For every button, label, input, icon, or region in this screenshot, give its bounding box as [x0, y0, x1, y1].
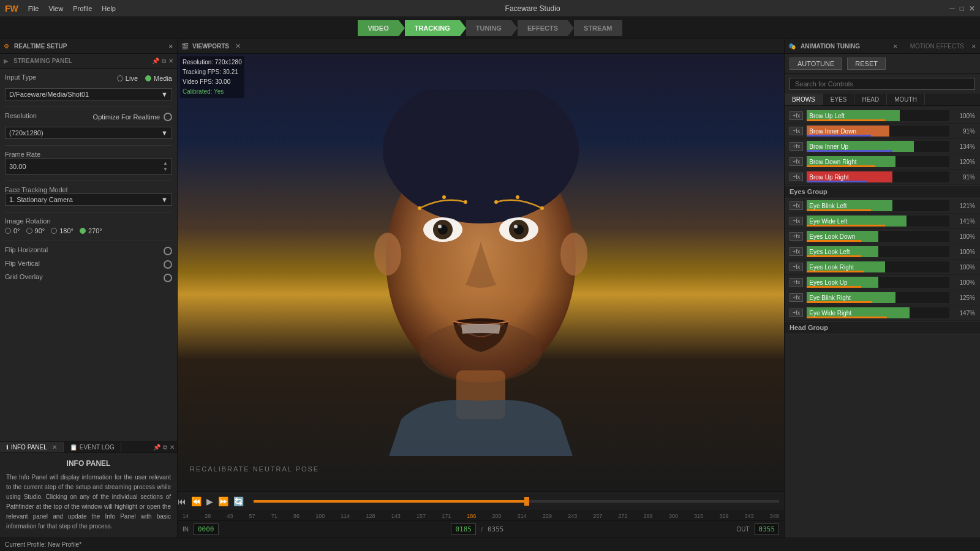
svg-point-17 — [540, 206, 544, 210]
app-logo: FW — [5, 4, 18, 13]
search-input[interactable] — [790, 78, 975, 90]
menu-help[interactable]: Help — [102, 5, 116, 12]
tab-eyes[interactable]: EYES — [823, 94, 855, 105]
tl-loop-btn[interactable]: 🔄 — [233, 497, 244, 506]
eyes-look-down-pct: 100% — [953, 233, 975, 240]
divider-2 — [5, 145, 172, 146]
float-info-btn[interactable]: ⧉ — [163, 444, 167, 451]
menu-profile[interactable]: Profile — [73, 5, 92, 12]
info-panel-icon: ℹ — [6, 444, 9, 451]
close-info-btn[interactable]: ✕ — [170, 444, 175, 451]
fx-eye-blink-left[interactable]: +fx — [790, 201, 803, 210]
motion-effects-tab[interactable]: MOTION EFFECTS — [910, 43, 964, 50]
radio-live[interactable]: Live — [117, 75, 138, 82]
tab-head[interactable]: HEAD — [854, 94, 887, 105]
radio-live-label: Live — [126, 75, 138, 82]
frame-rate-down[interactable]: ▼ — [163, 167, 168, 172]
tab-event-log[interactable]: 📋 EVENT LOG — [64, 442, 121, 452]
menu-view[interactable]: View — [49, 5, 64, 12]
tl-play-btn[interactable]: ▶ — [206, 497, 213, 506]
input-type-label: Input Type — [5, 73, 36, 81]
minimize-button[interactable]: ─ — [949, 4, 955, 13]
fx-brow-inner-up[interactable]: +fx — [790, 142, 803, 151]
fx-eye-wide-right[interactable]: +fx — [790, 309, 803, 317]
info-panel-close[interactable]: ✕ — [52, 444, 57, 451]
fx-eyes-look-down[interactable]: +fx — [790, 232, 803, 241]
media-path-dropdown[interactable]: D/Faceware/Media/Shot01 ▼ — [5, 88, 172, 100]
info-panel-tab-label: INFO PANEL — [11, 444, 47, 451]
rotation-0[interactable]: 0° — [5, 227, 20, 234]
radio-live-dot — [117, 75, 123, 81]
rotation-180[interactable]: 180° — [51, 227, 74, 234]
frame-315: 315 — [694, 513, 703, 519]
fx-brow-up-right[interactable]: +fx — [790, 173, 803, 181]
fx-eye-wide-left[interactable]: +fx — [790, 217, 803, 225]
fx-eyes-look-up[interactable]: +fx — [790, 278, 803, 287]
viewport-close-btn[interactable]: ✕ — [235, 42, 241, 50]
timeline-track[interactable] — [254, 500, 779, 503]
optimize-btn[interactable]: Optimize For Realtime — [93, 113, 172, 121]
tl-prev-frame-btn[interactable]: ⏪ — [191, 497, 202, 506]
fx-eye-blink-right[interactable]: +fx — [790, 293, 803, 302]
tl-skip-back-btn[interactable]: ⏮ — [178, 497, 186, 506]
fx-brow-down-right[interactable]: +fx — [790, 157, 803, 166]
flip-horizontal-row: Flip Horizontal — [5, 246, 172, 256]
eye-wide-left-name: Eye Wide Left — [809, 218, 847, 225]
fx-eyes-look-right[interactable]: +fx — [790, 263, 803, 271]
grid-overlay-toggle[interactable] — [164, 274, 172, 282]
eyes-look-up-container: Eyes Look Up — [807, 277, 949, 288]
fx-brow-up-left[interactable]: +fx — [790, 111, 803, 120]
divider-3 — [5, 181, 172, 181]
list-item: +fx Brow Inner Down 91% — [785, 124, 980, 139]
flip-vertical-toggle[interactable] — [164, 260, 172, 269]
streaming-panel-icon: ▶ — [4, 58, 9, 64]
media-path-row: D/Faceware/Media/Shot01 ▼ — [5, 88, 172, 100]
eyes-look-right-container: Eyes Look Right — [807, 261, 949, 272]
radio-media[interactable]: Media — [145, 75, 172, 82]
timeline-thumb[interactable] — [524, 497, 529, 506]
workflow-step-stream[interactable]: STREAM — [574, 20, 622, 36]
brow-inner-up-underbar — [807, 150, 892, 152]
tab-info-panel[interactable]: ℹ INFO PANEL ✕ — [0, 442, 64, 452]
eyes-look-right-pct: 100% — [953, 264, 975, 271]
pin-info-btn[interactable]: 📌 — [153, 444, 160, 451]
eye-blink-left-container: Eye Blink Left — [807, 200, 949, 211]
maximize-button[interactable]: □ — [960, 4, 964, 13]
float-streaming-btn[interactable]: ⧉ — [162, 58, 166, 65]
reset-button[interactable]: RESET — [847, 58, 886, 70]
rotation-90[interactable]: 90° — [26, 227, 45, 234]
list-item: +fx Brow Down Right 120% — [785, 154, 980, 170]
menu-file[interactable]: File — [28, 5, 39, 12]
autotune-button[interactable]: AUTOTUNE — [790, 58, 842, 70]
total-frame-value: 0355 — [488, 525, 504, 533]
timeline-num-track: 14 28 43 57 71 86 100 114 128 143 157 17… — [180, 513, 782, 519]
workflow-step-video[interactable]: VIDEO — [358, 20, 398, 36]
tab-mouth[interactable]: MOUTH — [887, 94, 925, 105]
frame-rate-up[interactable]: ▲ — [163, 160, 168, 166]
close-button[interactable]: ✕ — [969, 4, 975, 13]
workflow-step-effects[interactable]: EFFECTS — [518, 20, 568, 36]
close-streaming-btn[interactable]: ✕ — [168, 58, 173, 65]
close-realtime-btn[interactable]: ✕ — [168, 43, 173, 50]
tl-next-frame-btn[interactable]: ⏩ — [218, 497, 228, 506]
input-type-row: Input Type Live Media — [5, 73, 172, 83]
resolution-dropdown[interactable]: (720x1280) ▼ — [5, 127, 172, 139]
head-group-header: Head Group — [785, 321, 980, 334]
rotation-270[interactable]: 270° — [80, 227, 102, 234]
workflow-step-tracking[interactable]: TRACKING — [405, 20, 460, 36]
pin-streaming-btn[interactable]: 📌 — [152, 58, 159, 65]
fx-brow-inner-down[interactable]: +fx — [790, 127, 803, 135]
recalibrate-text[interactable]: RECALIBRATE NEUTRAL POSE — [190, 465, 319, 473]
tracking-model-dropdown[interactable]: 1. Stationary Camera ▼ — [5, 193, 172, 206]
close-motion-btn[interactable]: ✕ — [971, 43, 976, 50]
eyes-look-up-pct: 100% — [953, 279, 975, 286]
workflow-step-tuning[interactable]: TUNING — [466, 20, 511, 36]
eye-wide-left-underbar — [807, 225, 885, 227]
tab-brows[interactable]: BROWS — [785, 94, 823, 105]
close-anim-panel-btn[interactable]: ✕ — [893, 43, 898, 50]
flip-horizontal-toggle[interactable] — [164, 247, 172, 255]
fx-eyes-look-left[interactable]: +fx — [790, 247, 803, 256]
anim-panel-header: 🎭 ANIMATION TUNING ✕ MOTION EFFECTS ✕ — [785, 39, 980, 54]
eyes-look-left-name: Eyes Look Left — [809, 249, 850, 255]
timeline-numbers: 14 28 43 57 71 86 100 114 128 143 157 17… — [178, 511, 784, 520]
